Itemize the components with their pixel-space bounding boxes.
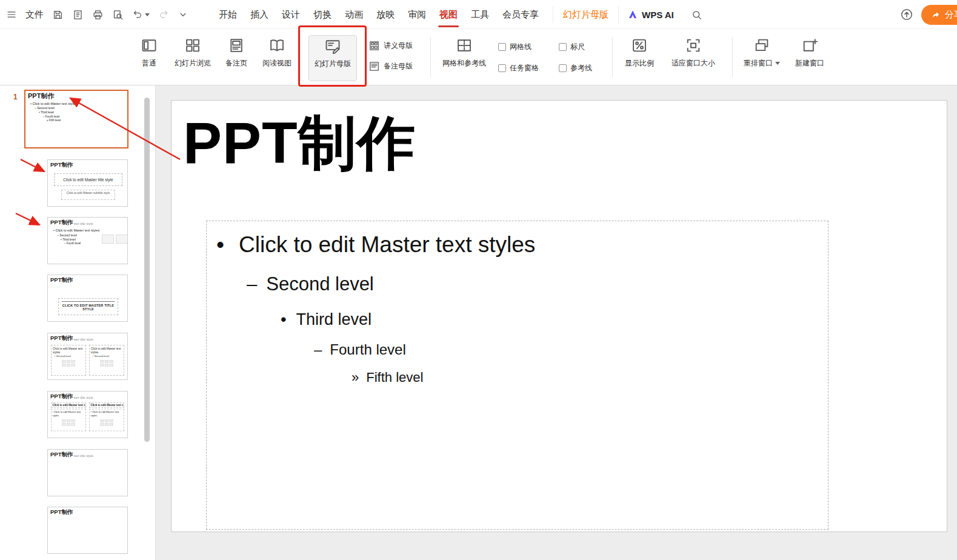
normal-view-icon — [141, 37, 158, 54]
bullet-level-3: •Third level — [281, 310, 372, 329]
slide-text-placeholder[interactable]: •Click to edit Master text styles –Secon… — [206, 221, 829, 530]
slide-sorter-button[interactable]: 幻灯片浏览 — [165, 35, 221, 81]
bullet-marker: – — [247, 273, 257, 295]
thumb-title: PPT制作 — [50, 508, 74, 515]
thumb-title: PPT制作 — [50, 219, 74, 225]
ribbon-separator — [612, 37, 613, 77]
slide-number: 1 — [13, 93, 18, 101]
share-icon — [931, 10, 941, 20]
thumbnail-master[interactable]: PPT制作 • Click to edit Master text styles… — [24, 90, 128, 148]
ribbon-separator — [732, 37, 733, 77]
reading-view-button[interactable]: 阅读视图 — [255, 35, 299, 81]
menu-animation[interactable]: 动画 — [338, 0, 370, 29]
undo-dropdown-caret-icon[interactable] — [145, 13, 150, 16]
thumb-title: PPT制作 — [50, 161, 74, 168]
bullet-level-2: –Second level — [247, 273, 374, 295]
subtitle-placeholder: Click to edit Master subtitle style — [61, 190, 115, 200]
menu-tools[interactable]: 工具 — [464, 0, 496, 29]
content-placeholder: Click to edit Master text styles • Secon… — [89, 345, 124, 376]
bullet-level-4: –Fourth level — [314, 341, 406, 358]
slide-master-button[interactable]: 幻灯片母版 — [308, 35, 357, 81]
thumb-title: PPT制作 — [50, 451, 74, 458]
task-pane-checkbox[interactable]: 任务窗格 — [498, 63, 539, 73]
share-label: 分享 — [945, 9, 957, 21]
toolbar-expand-chevron-icon[interactable] — [178, 9, 188, 20]
slide-master-editing-area[interactable]: PPT制作 •Click to edit Master text styles … — [171, 100, 947, 532]
checkbox-icon — [498, 64, 506, 72]
thumb-title: PPT制作 — [28, 92, 55, 100]
arrange-windows-button[interactable]: 重排窗口 — [737, 35, 787, 81]
comparison-column: Click to edit Master text styles • Click… — [89, 402, 124, 432]
thumbnail-title-layout[interactable]: PPT制作 Click to edit Master title style C… — [47, 159, 128, 207]
upload-cloud-icon[interactable] — [900, 8, 913, 21]
new-window-button[interactable]: 新建窗口 — [788, 35, 832, 81]
slide-sorter-icon — [184, 37, 201, 54]
thumb-title: PPT制作 — [50, 335, 74, 341]
bullet-marker: • — [216, 232, 224, 258]
grid-guides-icon — [456, 37, 473, 54]
export-icon[interactable] — [72, 9, 84, 21]
gridlines-checkbox[interactable]: 网格线 — [498, 42, 532, 52]
menu-insert[interactable]: 插入 — [244, 0, 275, 29]
wps-ai-button[interactable]: WPS AI — [627, 9, 674, 20]
menu-bar: 开始 插入 设计 切换 动画 放映 审阅 视图 工具 会员专享 幻灯片母版 WP… — [212, 0, 702, 29]
wps-ai-logo — [627, 9, 638, 20]
slide-master-icon — [324, 38, 341, 55]
slide-title-placeholder[interactable]: PPT制作 — [183, 113, 416, 174]
thumbnail-comparison-layout[interactable]: Click to edit Master title style PPT制作 C… — [47, 391, 128, 438]
zoom-ratio-button[interactable]: 显示比例 — [619, 35, 659, 81]
bullet-level-1: •Click to edit Master text styles — [216, 232, 535, 258]
menu-view[interactable]: 视图 — [433, 0, 464, 29]
menu-slideshow[interactable]: 放映 — [370, 0, 401, 29]
hamburger-menu-icon[interactable] — [6, 9, 17, 20]
ribbon: 普通 幻灯片浏览 备注页 阅读视图 幻灯片母版 讲义母版 备注母版 网格和参考线… — [0, 29, 957, 85]
notes-page-button[interactable]: 备注页 — [216, 35, 256, 81]
menu-home[interactable]: 开始 — [212, 0, 244, 29]
bullet-marker: » — [352, 370, 359, 385]
wps-ai-label: WPS AI — [642, 10, 674, 20]
notes-master-icon — [368, 61, 380, 72]
search-icon[interactable] — [691, 9, 702, 21]
notes-page-icon — [228, 37, 245, 54]
menu-transitions[interactable]: 切换 — [307, 0, 338, 29]
menu-design[interactable]: 设计 — [275, 0, 307, 29]
grid-and-guides-button[interactable]: 网格和参考线 — [434, 35, 495, 81]
sidebar-scrollbar[interactable] — [144, 89, 150, 557]
handout-master-button[interactable]: 讲义母版 — [368, 39, 427, 52]
fit-window-button[interactable]: 适应窗口大小 — [665, 35, 721, 81]
print-preview-icon[interactable] — [112, 9, 124, 21]
section-title-placeholder: CLICK TO EDIT MASTER TITLE STYLE — [58, 298, 118, 315]
guides-checkbox[interactable]: 参考线 — [559, 63, 592, 73]
zoom-ratio-icon — [631, 37, 648, 54]
undo-icon[interactable] — [132, 9, 150, 20]
bullet-marker: – — [314, 341, 322, 358]
thumbnail-section-layout[interactable]: PPT制作 CLICK TO EDIT MASTER TITLE STYLE — [47, 275, 128, 322]
tab-slide-master-context[interactable]: 幻灯片母版 — [553, 6, 619, 23]
thumb-bullets: • Click to edit Master text styles – Sec… — [30, 102, 127, 122]
arrange-windows-icon — [753, 37, 770, 54]
thumbnail-two-content-layout[interactable]: Click to edit Master title style PPT制作 C… — [47, 333, 128, 380]
title-placeholder: Click to edit Master title style — [54, 173, 122, 186]
notes-master-button[interactable]: 备注母版 — [368, 59, 427, 73]
print-icon[interactable] — [92, 9, 104, 21]
thumbnail-title-only-layout[interactable]: Click to edit Master title style PPT制作 — [47, 449, 128, 496]
save-icon[interactable] — [52, 9, 64, 21]
menu-review[interactable]: 审阅 — [401, 0, 433, 29]
thumbnail-blank-layout[interactable]: PPT制作 — [47, 507, 128, 554]
menu-member[interactable]: 会员专享 — [496, 0, 545, 29]
reading-view-icon — [268, 37, 285, 54]
checkbox-icon — [559, 64, 567, 72]
share-button[interactable]: 分享 — [921, 5, 957, 25]
bullet-marker: • — [281, 310, 286, 329]
thumb-title: PPT制作 — [50, 393, 74, 399]
file-menu[interactable]: 文件 — [25, 9, 44, 21]
ribbon-separator — [430, 37, 431, 77]
content-placeholder-icon — [116, 235, 128, 244]
title-bar: 文件 开始 插入 设计 切换 动画 放映 审阅 视图 工具 — [0, 0, 957, 29]
thumbnail-content-layout[interactable]: Click to edit Master title style PPT制作 •… — [47, 217, 128, 264]
normal-view-button[interactable]: 普通 — [130, 35, 168, 81]
new-window-icon — [801, 37, 818, 54]
thumb-title: PPT制作 — [50, 276, 74, 283]
scrollbar-thumb[interactable] — [144, 98, 150, 442]
ruler-checkbox[interactable]: 标尺 — [559, 42, 585, 52]
